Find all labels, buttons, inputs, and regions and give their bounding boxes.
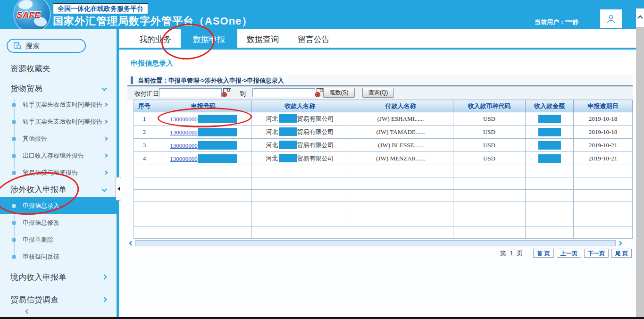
count-button[interactable]: 笔数(S) <box>323 88 355 98</box>
sidebar-item-foreign-income[interactable]: 涉外收入申报单 <box>0 181 117 197</box>
amount-cell <box>526 139 574 152</box>
filter-bar: 收付汇日期 到 笔数(S) 查询(Q) <box>127 86 633 100</box>
pagination: 第 1 页 首 页 上一页 下一页 尾 页 <box>127 249 633 258</box>
sidebar-item-goods-trade[interactable]: 货物贸易 <box>0 80 117 96</box>
row-index: 3 <box>134 139 155 152</box>
tab-data-query[interactable]: 数据查询 <box>237 29 288 50</box>
horizontal-scroll-track[interactable] <box>135 240 616 246</box>
payer-cell: (JW) TAMADE...... <box>348 126 453 139</box>
safe-logo: SAFE <box>14 0 50 32</box>
last-page-button[interactable]: 尾 页 <box>611 249 632 258</box>
page-indicator: 第 1 页 <box>500 249 524 258</box>
bullet-dot-icon <box>12 154 16 158</box>
chevron-right-icon <box>104 171 108 175</box>
sidebar-scroll-left-button[interactable] <box>26 307 30 315</box>
chevron-right-icon <box>104 120 108 124</box>
sidebar-item-export-income-report[interactable]: 出口收入存放境外报告 <box>0 147 117 164</box>
sidebar-collapse-handle[interactable] <box>116 177 121 201</box>
payee-cell: 河北贸易有限公司 <box>252 112 348 126</box>
amount-cell <box>526 152 574 165</box>
bullet-dot-icon <box>12 120 16 124</box>
sidebar-item-audit-feedback[interactable]: 审核疑问反馈 <box>0 248 117 265</box>
sidebar-item-report-1[interactable]: 转手买卖先收后支时间差报告 <box>0 96 117 113</box>
close-icon[interactable]: × <box>181 55 185 62</box>
chevron-right-icon <box>101 274 107 279</box>
next-page-button[interactable]: 下一页 <box>584 249 609 258</box>
query-button[interactable]: 查询(Q) <box>362 88 394 98</box>
tab-data-declaration[interactable]: 数据申报 <box>181 29 237 50</box>
chevron-right-icon <box>104 103 108 107</box>
sidebar: 搜索 资源收藏夹 货物贸易 转手买卖先收后支时间差报告 转手买卖先支后收时间差报… <box>0 29 117 319</box>
payee-cell: 河北贸易有限公司 <box>252 126 348 139</box>
horizontal-scrollbar <box>130 240 621 246</box>
row-index: 2 <box>134 126 155 139</box>
declaration-no-link[interactable]: 130000000 <box>170 142 198 149</box>
bullet-dot-icon <box>12 255 16 259</box>
chevron-left-icon[interactable] <box>129 241 134 246</box>
table-row: 2 130000000 河北贸易有限公司 (JW) TAMADE...... U… <box>134 126 633 139</box>
redacted-value <box>198 141 237 150</box>
chevron-right-icon <box>101 297 107 302</box>
declaration-no-link[interactable]: 130000000 <box>170 129 198 136</box>
sidebar-item-report-2[interactable]: 转手买卖先支后收时间差报告 <box>0 113 117 130</box>
nav-tabstrip: 我的业务 数据申报 数据查询 留言公告 <box>119 29 636 50</box>
user-account-button[interactable] <box>600 9 622 28</box>
chevron-down-icon <box>101 85 107 91</box>
application-window: SAFE 全国一体化在线政务服务平台 国家外汇管理局数字外管平台（ASOne） … <box>0 0 644 319</box>
overdue-date-cell: 2019-10-18 <box>574 112 633 126</box>
calendar-icon[interactable] <box>223 88 231 96</box>
col-header-currency: 收入款币种代码 <box>453 100 526 112</box>
goods-trade-submenu: 转手买卖先收后支时间差报告 转手买卖先支后收时间差报告 其他报告 出口收入存放境… <box>0 96 117 181</box>
to-label: 到 <box>240 90 246 98</box>
chevron-left-icon <box>25 309 30 314</box>
overdue-date-cell: 2019-10-21 <box>574 152 633 165</box>
page-tab-declaration-entry[interactable]: 申报信息录入 <box>131 59 173 68</box>
redacted-value <box>538 115 561 123</box>
prev-page-button[interactable]: 上一页 <box>557 249 581 258</box>
chevron-right-icon[interactable] <box>618 241 622 246</box>
redacted-value <box>279 114 297 123</box>
declaration-entry-panel: 当前位置：申报单管理->涉外收入申报->申报信息录入 收付汇日期 到 笔数(S)… <box>127 75 633 258</box>
date-from-input[interactable] <box>159 88 222 97</box>
bullet-dot-icon <box>12 221 16 225</box>
first-page-button[interactable]: 首 页 <box>533 249 553 258</box>
tab-message-board[interactable]: 留言公告 <box>288 29 339 50</box>
table-row: 1 130000000 河北贸易有限公司 (JW) ESHAMI...... U… <box>134 112 633 126</box>
bullet-dot-icon <box>12 171 16 175</box>
amount-cell <box>526 112 574 126</box>
scrollbar-header-cap <box>636 0 644 8</box>
bullet-dot-icon <box>12 103 16 107</box>
person-icon <box>606 14 616 24</box>
date-to-input[interactable] <box>252 88 315 97</box>
bullet-dot-icon <box>12 238 16 242</box>
sidebar-search-input[interactable]: 搜索 <box>7 39 86 53</box>
currency-cell: USD <box>453 126 526 139</box>
currency-cell: USD <box>453 152 526 165</box>
payer-cell: (JW) MENZAR...... <box>348 152 453 165</box>
scroll-up-button[interactable] <box>636 8 644 27</box>
sidebar-item-trade-credit-survey[interactable]: 贸易信贷调查 <box>0 292 117 308</box>
declaration-no-link[interactable]: 130000000 <box>170 155 198 162</box>
payee-cell: 河北贸易有限公司 <box>252 139 348 152</box>
window-scrollbar[interactable] <box>636 0 644 319</box>
table-empty-rows <box>134 165 633 239</box>
sidebar-item-domestic-income[interactable]: 境内收入申报单 <box>0 269 117 285</box>
declaration-no-cell: 130000000 <box>155 112 252 126</box>
sidebar-item-declaration-modify[interactable]: 申报信息修改 <box>0 214 117 231</box>
table-empty-row <box>134 165 633 177</box>
declaration-no-link[interactable]: 130000000 <box>170 116 198 123</box>
redacted-value <box>279 154 297 162</box>
tab-my-business[interactable]: 我的业务 <box>130 29 181 50</box>
col-header-payee: 收款人名称 <box>252 100 348 112</box>
sidebar-item-declaration-delete[interactable]: 申报单删除 <box>0 231 117 248</box>
redacted-value <box>279 141 297 149</box>
sidebar-item-declaration-entry[interactable]: 申报信息录入 <box>0 197 117 214</box>
sidebar-item-trade-credit-report[interactable]: 贸易信贷与融资报告 <box>0 164 117 181</box>
page-tab-row: 申报信息录入 × <box>119 51 636 75</box>
breadcrumb-bar: 当前位置：申报单管理->涉外收入申报->申报信息录入 <box>127 75 633 86</box>
sidebar-item-favorites[interactable]: 资源收藏夹 <box>0 60 117 76</box>
table-row: 4 130000000 河北贸易有限公司 (JW) MENZAR...... U… <box>134 152 633 165</box>
sidebar-item-other-report[interactable]: 其他报告 <box>0 130 117 147</box>
search-label: 搜索 <box>25 42 40 50</box>
declaration-no-cell: 130000000 <box>155 152 252 165</box>
